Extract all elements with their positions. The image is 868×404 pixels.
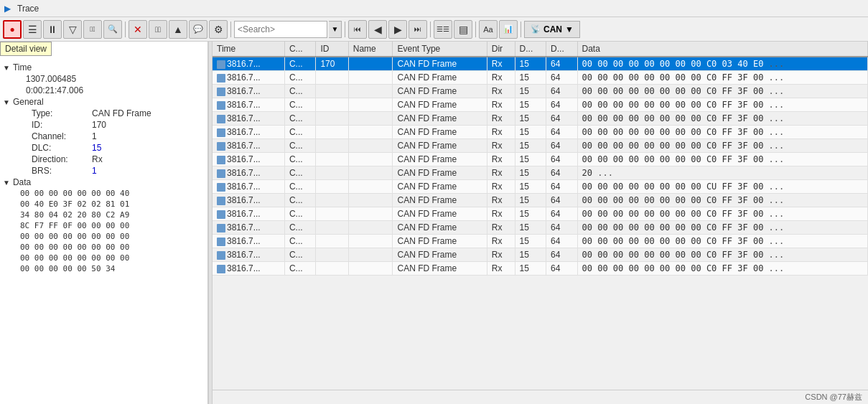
- table-row[interactable]: 3816.7... C... CAN FD Frame Rx 15 64 00 …: [213, 221, 868, 235]
- search-dropdown-button[interactable]: ▼: [329, 21, 342, 38]
- table-row[interactable]: 3816.7... C... CAN FD Frame Rx 15 64 00 …: [213, 71, 868, 85]
- filter2-button[interactable]: ▽⃝: [83, 20, 102, 39]
- cell-d1: 15: [515, 235, 546, 248]
- status-bar: CSDN @77赫兹: [213, 390, 868, 404]
- view-list-button[interactable]: ☰☰: [434, 20, 452, 39]
- nav-last-button[interactable]: ⏭: [409, 20, 427, 39]
- settings-button[interactable]: ⚙: [209, 20, 228, 39]
- nav-next-button[interactable]: ▶: [388, 20, 407, 39]
- comment-icon: 💬: [193, 24, 203, 34]
- find-button[interactable]: 🔍: [103, 20, 122, 39]
- table-row[interactable]: 3816.7... C... CAN FD Frame Rx 15 64 00 …: [213, 112, 868, 126]
- more-dots: ...: [769, 113, 785, 123]
- col-data[interactable]: Data: [577, 42, 868, 57]
- col-id[interactable]: ID: [316, 42, 348, 57]
- col-d1[interactable]: D...: [515, 42, 546, 57]
- cell-data: 00 00 00 00 00 00 00 00 C0 FF 3F 00 ...: [577, 126, 868, 139]
- col-d2[interactable]: D...: [546, 42, 577, 57]
- general-expand-icon: ▼: [3, 98, 10, 106]
- cell-d2: 64: [546, 153, 577, 166]
- table-row[interactable]: 3816.7... C... CAN FD Frame Rx 15 64 00 …: [213, 139, 868, 153]
- stop-icon: ⏸: [47, 24, 57, 35]
- stop-button[interactable]: ⏸: [43, 20, 62, 39]
- search-input[interactable]: [234, 21, 327, 38]
- cell-time: 3816.7...: [213, 139, 284, 153]
- table-row[interactable]: 3816.7... C... CAN FD Frame Rx 15 64 00 …: [213, 207, 868, 221]
- cell-d2: 64: [546, 85, 577, 98]
- toolbar-sep-3: [345, 22, 345, 37]
- more-dots: ...: [769, 195, 785, 205]
- up-button[interactable]: ▲: [169, 20, 187, 39]
- text-format-icon: Aa: [483, 25, 493, 34]
- brs-value: 1: [92, 166, 97, 176]
- col-name[interactable]: Name: [348, 42, 393, 57]
- nav-prev-icon: ◀: [374, 24, 382, 35]
- nav-prev-button[interactable]: ◀: [368, 20, 387, 39]
- table-row[interactable]: 3816.7... C... CAN FD Frame Rx 15 64 00 …: [213, 98, 868, 112]
- row-icon: [217, 197, 225, 205]
- more-dots: ...: [769, 59, 785, 69]
- row-icon: [217, 88, 225, 96]
- can-button[interactable]: 📡 CAN ▼: [524, 21, 580, 38]
- cell-data: 00 00 00 00 00 00 00 00 C0 FF 3F 00 ...: [577, 71, 868, 85]
- record-icon: ●: [9, 24, 14, 34]
- nav-first-button[interactable]: ⏮: [348, 20, 367, 39]
- cell-event-type: CAN FD Frame: [393, 126, 487, 139]
- data-group-header[interactable]: ▼ Data: [0, 177, 207, 188]
- nav-first-icon: ⏮: [354, 25, 361, 33]
- cell-id: [316, 112, 348, 126]
- cell-channel: C...: [284, 221, 315, 235]
- cell-d1: 15: [515, 221, 546, 235]
- table-row[interactable]: 3816.7... C... CAN FD Frame Rx 15 64 00 …: [213, 126, 868, 139]
- detail-view-button[interactable]: ☰: [23, 20, 42, 39]
- col-dir[interactable]: Dir: [487, 42, 515, 57]
- toolbar-sep-5: [475, 22, 476, 37]
- view-grid-button[interactable]: ▤: [454, 20, 472, 39]
- cell-time: 3816.7...: [213, 85, 284, 98]
- table-row[interactable]: 3816.7... C... CAN FD Frame Rx 15 64 00 …: [213, 194, 868, 207]
- cell-dir: Rx: [487, 71, 515, 85]
- record-button[interactable]: ●: [3, 20, 22, 39]
- chart-button[interactable]: 📊: [499, 20, 518, 39]
- col-time[interactable]: Time: [213, 42, 284, 57]
- table-row[interactable]: 3816.7... C... CAN FD Frame Rx 15 64 20 …: [213, 166, 868, 180]
- time-group-header[interactable]: ▼ Time: [0, 62, 207, 73]
- filter-button[interactable]: ▽: [63, 20, 82, 39]
- table-row[interactable]: 3816.7... C... CAN FD Frame Rx 15 64 00 …: [213, 248, 868, 262]
- text-format-button[interactable]: Aa: [479, 20, 498, 39]
- data-hex-row: 00 00 00 00 00 00 00 00: [0, 231, 207, 242]
- data-hex-row: 00 00 00 00 00 50 34: [0, 263, 207, 274]
- general-group-header[interactable]: ▼ General: [0, 96, 207, 108]
- delete-button[interactable]: ✕: [129, 20, 147, 39]
- table-row[interactable]: 3816.7... C... CAN FD Frame Rx 15 64 00 …: [213, 180, 868, 194]
- cell-d1: 15: [515, 57, 546, 71]
- comment-button[interactable]: 💬: [189, 20, 207, 39]
- table-row[interactable]: 3816.7... C... CAN FD Frame Rx 15 64 00 …: [213, 85, 868, 98]
- cell-channel: C...: [284, 112, 315, 126]
- dlc-value: 15: [92, 143, 101, 153]
- table-row[interactable]: 3816.7... C... 170 CAN FD Frame Rx 15 64…: [213, 57, 868, 71]
- cell-dir: Rx: [487, 57, 515, 71]
- delete2-button[interactable]: ✕⃝: [149, 20, 167, 39]
- col-event-type[interactable]: Event Type: [393, 42, 487, 57]
- cell-channel: C...: [284, 139, 315, 153]
- table-row[interactable]: 3816.7... C... CAN FD Frame Rx 15 64 00 …: [213, 262, 868, 276]
- type-value: CAN FD Frame: [92, 108, 151, 118]
- dlc-row: DLC: 15: [14, 142, 207, 154]
- type-row: Type: CAN FD Frame: [14, 108, 207, 119]
- data-hex-row: 00 00 00 00 00 00 00 00: [0, 253, 207, 263]
- row-icon: [217, 169, 225, 178]
- cell-name: [348, 207, 393, 221]
- col-channel[interactable]: C...: [284, 42, 315, 57]
- cell-name: [348, 71, 393, 85]
- cell-dir: Rx: [487, 262, 515, 276]
- toolbar-sep-6: [521, 22, 521, 37]
- delete-icon: ✕: [134, 24, 142, 35]
- channel-row: Channel: 1: [14, 131, 207, 142]
- table-row[interactable]: 3816.7... C... CAN FD Frame Rx 15 64 00 …: [213, 153, 868, 166]
- cell-name: [348, 126, 393, 139]
- cell-event-type: CAN FD Frame: [393, 153, 487, 166]
- app-title: Trace: [17, 4, 39, 14]
- table-row[interactable]: 3816.7... C... CAN FD Frame Rx 15 64 00 …: [213, 235, 868, 248]
- cell-id: [316, 221, 348, 235]
